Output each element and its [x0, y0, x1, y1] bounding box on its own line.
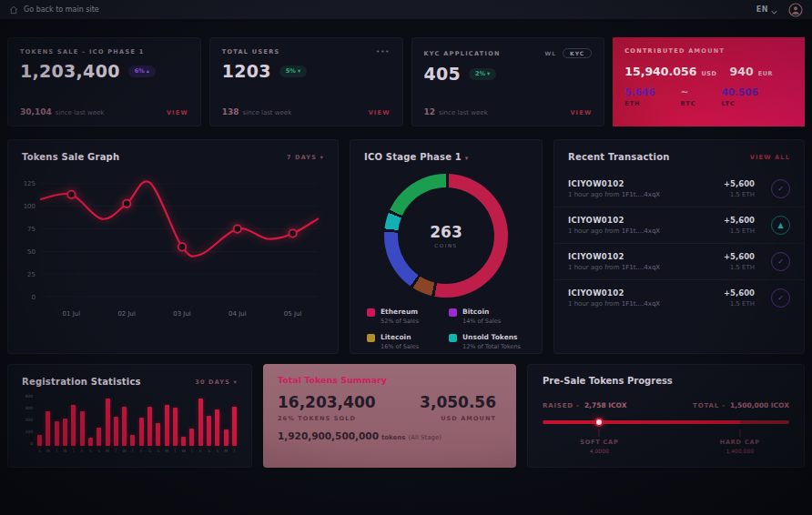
bar-label: S [36, 449, 44, 453]
legend-swatch [449, 334, 457, 342]
presale-progress-slider[interactable]: SOFT CAP 4,0000 HARD CAP 1,400,000 [543, 420, 789, 424]
usd-amount: 15,940.056 USD [624, 62, 716, 79]
dashboard-content: TOKENS SALE – ICO PHASE 1 1,203,400 6% ▴… [0, 20, 812, 468]
card-total-users: TOTAL USERS ••• 1203 5% ▾ 138 since last… [209, 37, 403, 126]
bar-label: M [222, 449, 230, 453]
donut-center-label: COINS [434, 243, 457, 248]
bar [61, 395, 69, 446]
transaction-row[interactable]: ICIYOW0102 1 hour ago from 1F1t....4xqX … [554, 243, 804, 279]
bar [53, 395, 61, 446]
svg-text:04 Jul: 04 Jul [228, 310, 247, 318]
bar-label: S [146, 449, 154, 453]
triangle-circle-icon[interactable]: ▲ [771, 216, 790, 235]
chevron-down-icon [771, 1, 777, 18]
bar-label: T [53, 449, 61, 453]
arrow-down-icon: ▾ [298, 67, 300, 75]
bar-label: W [120, 449, 128, 453]
transaction-eth: 1.5 ETH [724, 227, 755, 235]
presale-progress-panel: Pre-Sale Tokens Progress RAISED - 2,758 … [527, 364, 805, 468]
tokens-sold-label: 26% TOKENS SOLD [278, 415, 376, 422]
user-avatar[interactable] [788, 3, 803, 17]
transaction-row[interactable]: ICIYOW0102 1 hour ago from 1F1t....4xqX … [554, 171, 804, 207]
back-label: Go back to main site [24, 5, 99, 14]
check-circle-icon[interactable]: ✓ [771, 179, 790, 198]
bar [95, 395, 103, 446]
bar [137, 395, 146, 446]
range-dropdown[interactable]: 30 DAYS ▾ [195, 379, 238, 386]
delta-note: since last week [56, 109, 105, 116]
kyc-tab[interactable]: KYC [563, 48, 592, 58]
hard-cap-label: HARD CAP 1,400,000 [720, 439, 760, 454]
usd-amount-value: 3,050.56 [420, 393, 496, 411]
slider-handle[interactable] [594, 418, 604, 427]
recent-transaction-panel: Recent Transaction VIEW ALL ICIYOW0102 1… [553, 139, 805, 354]
transaction-row[interactable]: ICIYOW0102 1 hour ago from 1F1t....4xqX … [554, 279, 804, 316]
svg-text:05 Jul: 05 Jul [284, 310, 302, 318]
panel-title: ICO Stage Phase 1 ▾ [364, 152, 468, 162]
transaction-row[interactable]: ICIYOW0102 1 hour ago from 1F1t....4xqX … [554, 207, 804, 243]
bar-label: T [188, 449, 196, 453]
bar [162, 395, 170, 446]
home-icon [9, 1, 18, 18]
card-kyc-application: KYC APPLICATION WL KYC 405 2% ▾ 12 since… [411, 37, 605, 126]
card-contributed-amount: CONTRIBUTED AMOUNT 15,940.056 USD 940 EU… [613, 37, 805, 126]
transaction-eth: 1.5 ETH [724, 191, 755, 198]
transaction-eth: 1.5 ETH [724, 300, 755, 308]
transaction-id: ICIYOW0102 [568, 288, 724, 298]
transaction-meta: 1 hour ago from 1F1t....4xqX [568, 191, 724, 198]
more-options-icon[interactable]: ••• [376, 50, 390, 54]
arrow-up-icon: ▴ [147, 67, 149, 75]
check-circle-icon[interactable]: ✓ [771, 252, 790, 271]
legend-swatch [449, 308, 457, 317]
bar [213, 395, 221, 446]
bottom-row: Registration Statistics 30 DAYS ▾ 400300… [7, 364, 805, 468]
view-link[interactable]: VIEW [570, 109, 592, 116]
transaction-list: ICIYOW0102 1 hour ago from 1F1t....4xqX … [554, 162, 804, 316]
card-title: TOTAL USERS [222, 48, 280, 56]
transaction-meta: 1 hour ago from 1F1t....4xqX [568, 264, 724, 271]
panel-title: Pre-Sale Tokens Progress [543, 376, 789, 386]
bar [222, 395, 230, 446]
transaction-meta: 1 hour ago from 1F1t....4xqX [568, 227, 724, 235]
svg-text:50: 50 [27, 248, 36, 256]
bar-label: F [197, 449, 205, 453]
view-link[interactable]: VIEW [167, 109, 188, 116]
change-badge: 5% ▾ [279, 66, 307, 77]
svg-text:0: 0 [32, 294, 36, 301]
svg-text:75: 75 [27, 226, 36, 233]
arrow-down-icon: ▾ [487, 70, 490, 77]
bar-label: M [44, 449, 52, 453]
legend-swatch [367, 334, 375, 342]
legend-swatch [367, 308, 375, 317]
crypto-amounts: 5.646ETH~BTC40.506LTC [624, 87, 793, 107]
back-to-main-site-link[interactable]: Go back to main site [9, 1, 99, 18]
crypto-amount: ~BTC [680, 87, 695, 107]
registration-bar-chart: 4003002001000 SMTWTFSSMTWTFSSMTWTFSSMT [8, 387, 251, 453]
bar [188, 395, 196, 446]
donut-center-value: 263 [430, 223, 462, 241]
language-selector[interactable]: EN [756, 1, 777, 18]
bar-label: M [162, 449, 170, 453]
bar-label: S [213, 449, 221, 453]
bar [77, 395, 86, 446]
view-all-link[interactable]: VIEW ALL [750, 154, 790, 161]
view-link[interactable]: VIEW [369, 109, 391, 116]
tokens-sold-stat: 16,203,400 26% TOKENS SOLD [278, 393, 376, 422]
delta-value: 138 [222, 107, 239, 116]
soft-cap-label: SOFT CAP 4,0000 [580, 439, 618, 454]
svg-text:02 Jul: 02 Jul [117, 310, 136, 318]
delta-value: 30,104 [20, 107, 52, 116]
bar [112, 395, 120, 446]
range-dropdown[interactable]: 7 DAYS ▾ [287, 154, 324, 161]
check-circle-icon[interactable]: ✓ [771, 288, 790, 308]
tokens-sale-value: 1,203,400 [20, 61, 120, 81]
panel-title: Recent Transaction [568, 152, 670, 162]
svg-text:100: 100 [24, 203, 36, 210]
wl-tab[interactable]: WL [545, 50, 556, 56]
usd-amount-label: USD AMOUNT [420, 415, 496, 422]
topbar: Go back to main site EN [0, 0, 812, 20]
donut-center: 263 COINS [398, 187, 494, 284]
total-tokens-summary-panel: Total Tokens Summary 16,203,400 26% TOKE… [263, 364, 516, 468]
delta-note: since last week [243, 109, 292, 116]
transaction-eth: 1.5 ETH [724, 264, 755, 271]
